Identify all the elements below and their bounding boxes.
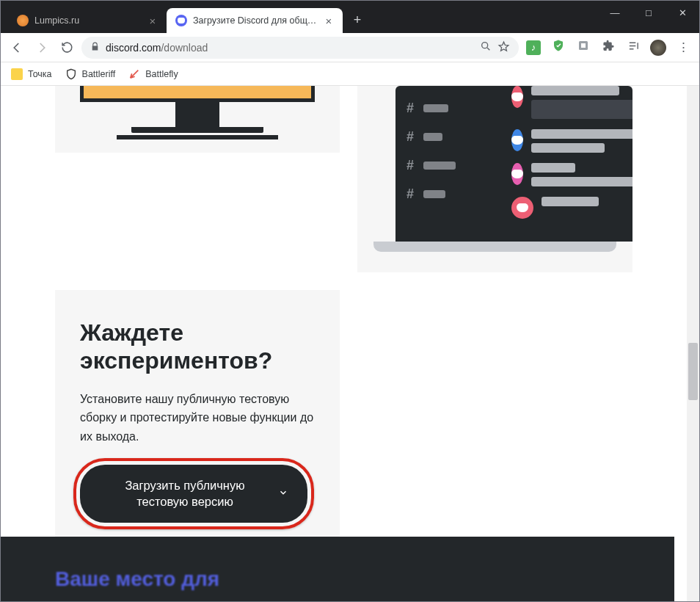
laptop-base-illustration [373, 242, 616, 252]
ptb-heading: Жаждете экспериментов? [80, 319, 315, 375]
extensions-menu[interactable] [598, 37, 619, 58]
hash-icon: # [404, 129, 416, 145]
page-viewport: # # # # [1, 86, 699, 601]
close-tab-icon[interactable]: × [324, 15, 334, 26]
bookmark-label: Точка [28, 69, 52, 79]
bookmark-icon [65, 68, 77, 80]
page-footer: Ваше место для [1, 537, 674, 601]
tab-title: Загрузите Discord для общения [193, 15, 319, 26]
bookmark-tochka[interactable]: Точка [11, 68, 52, 80]
new-tab-button[interactable]: + [347, 10, 368, 30]
favicon-discord [175, 15, 187, 26]
back-button[interactable] [7, 37, 27, 58]
hash-icon: # [404, 186, 416, 202]
extension-gray[interactable] [573, 37, 594, 58]
bookmark-label: Battlefly [145, 69, 178, 79]
footer-tagline: Ваше место для [1, 537, 674, 591]
hash-icon: # [404, 158, 416, 173]
url-text: discord.com/download [106, 42, 208, 54]
discord-app-mock: # # # # [395, 86, 632, 242]
tab-strip: Lumpics.ru × Загрузите Discord для общен… [1, 1, 368, 33]
download-ptb-button[interactable]: Загрузить публичную тестовую версию [80, 465, 307, 523]
bookmark-battleriff[interactable]: Battleriff [65, 68, 116, 80]
forward-button[interactable] [32, 37, 52, 58]
address-bar[interactable]: discord.com/download [81, 37, 519, 59]
ptb-card: Жаждете экспериментов? Установите нашу п… [55, 290, 340, 556]
profile-avatar[interactable] [648, 37, 668, 58]
favicon-lumpics [17, 15, 29, 26]
reading-list-icon[interactable] [623, 37, 644, 58]
browser-toolbar: discord.com/download ♪ ⋮ [1, 33, 699, 62]
mock-avatar [511, 163, 523, 185]
mock-avatar [511, 86, 523, 108]
scrollbar-thumb[interactable] [688, 343, 698, 400]
lock-icon [90, 42, 100, 54]
app-preview-card: # # # # [357, 86, 632, 272]
maximize-button[interactable]: □ [632, 1, 666, 24]
bookmark-label: Battleriff [82, 69, 116, 79]
monitor-illustration [80, 86, 315, 102]
hash-icon: # [404, 101, 416, 116]
ptb-description: Установите нашу публичную тестовую сборк… [80, 390, 315, 446]
reload-button[interactable] [56, 37, 77, 58]
tab-title: Lumpics.ru [34, 15, 143, 26]
close-window-button[interactable]: ✕ [666, 1, 699, 24]
bookmarks-bar: Точка Battleriff Battlefly [1, 62, 699, 86]
scrollbar-track[interactable] [687, 86, 699, 601]
window-titlebar: Lumpics.ru × Загрузите Discord для общен… [1, 1, 699, 33]
tab-discord-download[interactable]: Загрузите Discord для общения × [167, 8, 343, 33]
mock-avatar [511, 197, 533, 219]
bookmark-star-icon[interactable] [497, 40, 510, 55]
extension-adguard[interactable] [548, 37, 569, 58]
mock-avatar [511, 129, 523, 151]
bookmark-battlefly[interactable]: Battlefly [128, 68, 178, 80]
download-ptb-label: Загрузить публичную тестовую версию [105, 478, 265, 509]
chevron-down-icon [278, 487, 288, 501]
close-tab-icon[interactable]: × [147, 15, 158, 26]
svg-rect-2 [581, 43, 586, 48]
window-controls: ― □ ✕ [598, 1, 699, 24]
bookmark-icon [11, 68, 23, 80]
chrome-menu[interactable]: ⋮ [673, 37, 693, 58]
extension-music[interactable]: ♪ [523, 37, 544, 58]
search-in-page-icon[interactable] [480, 40, 492, 54]
bookmark-icon [128, 68, 140, 80]
tab-lumpics[interactable]: Lumpics.ru × [8, 8, 167, 33]
svg-point-0 [482, 43, 488, 48]
minimize-button[interactable]: ― [598, 1, 632, 24]
download-desktop-card [55, 86, 340, 153]
